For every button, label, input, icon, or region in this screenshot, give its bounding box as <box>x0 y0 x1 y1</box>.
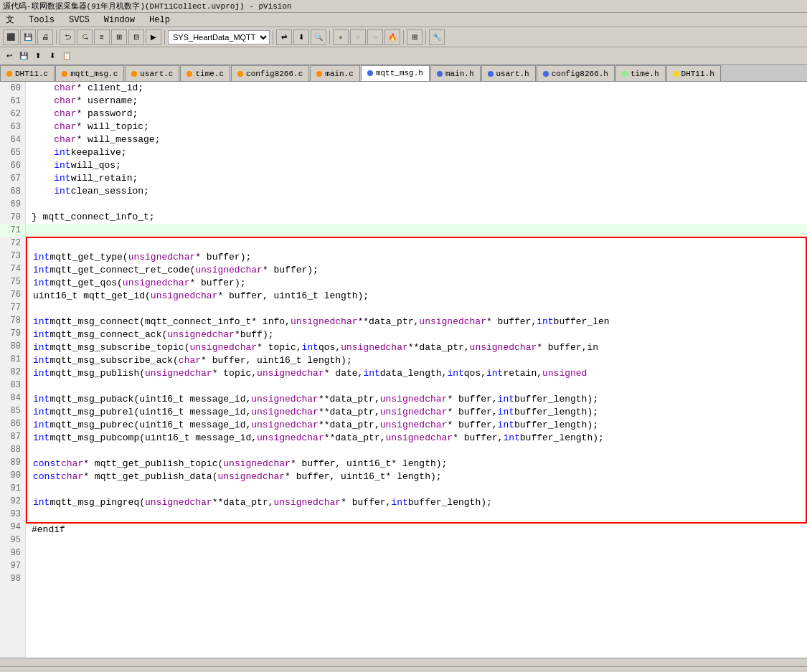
code-line-72 <box>27 238 806 251</box>
tab-dht11-h[interactable]: DHT11.h <box>666 65 721 81</box>
hscrollbar[interactable] <box>0 658 807 666</box>
toolbar-btn-11[interactable]: ⬇ <box>293 29 309 45</box>
code-line-90: const char* mqtt_get_publish_data(unsign… <box>27 470 806 483</box>
code-line-89: const char* mqtt_get_publish_topic(unsig… <box>27 458 806 470</box>
code-line-93 <box>27 509 806 522</box>
tab-time-c[interactable]: time.c <box>180 65 230 81</box>
code-line-94: #endif <box>26 524 807 536</box>
toolbar2-btn-2[interactable]: 💾 <box>17 49 30 62</box>
menu-bar: 文 Tools SVCS Window Help <box>0 13 807 27</box>
code-line-73: int mqtt_get_type(unsigned char* buffer)… <box>27 251 806 264</box>
toolbar-btn-circle1[interactable]: ● <box>333 29 349 45</box>
line-numbers: 60 61 62 63 64 65 66 67 68 69 70 71 72 7… <box>0 82 26 658</box>
code-line-71 <box>26 224 807 237</box>
tab-bar: DHT11.c mqtt_msg.c usart.c time.c config… <box>0 65 807 82</box>
tab-time-h[interactable]: time.h <box>615 65 666 81</box>
red-block: int mqtt_get_type(unsigned char* buffer)… <box>26 237 807 524</box>
toolbar-sep-6 <box>425 30 426 44</box>
code-line-65: int keepalive; <box>26 146 807 159</box>
toolbar-btn-fire[interactable]: 🔥 <box>384 29 400 45</box>
code-line-88 <box>27 445 806 458</box>
toolbar-btn-9[interactable]: ▶ <box>146 29 161 45</box>
toolbar-btn-1[interactable]: ⬛ <box>3 29 19 45</box>
code-line-83 <box>27 380 806 393</box>
toolbar-sep-1 <box>56 30 57 44</box>
code-line-95 <box>26 536 807 549</box>
code-line-66: int will_qos; <box>26 159 807 172</box>
tab-dht11c[interactable]: DHT11.c <box>0 65 55 81</box>
toolbar-sep-4 <box>329 30 330 44</box>
menu-item-file[interactable]: 文 <box>3 14 17 26</box>
code-line-74: int mqtt_get_connect_ret_code(unsigned c… <box>27 264 806 277</box>
tab-main-h[interactable]: main.h <box>430 65 481 81</box>
code-line-70: } mqtt_connect_info_t; <box>26 211 807 224</box>
title-text: 源代码-联网数据采集器(91年月机数字)(DHT11Collect.uvproj… <box>3 1 292 11</box>
toolbar-btn-12[interactable]: 🔍 <box>311 29 326 45</box>
toolbar-btn-2[interactable]: 💾 <box>20 29 36 45</box>
toolbar-btn-grid[interactable]: ⊞ <box>407 29 423 45</box>
tab-usart-h[interactable]: usart.h <box>481 65 536 81</box>
toolbar-btn-wrench[interactable]: 🔧 <box>429 29 445 45</box>
toolbar2-btn-5[interactable]: 📋 <box>60 49 73 62</box>
toolbar-btn-7[interactable]: ⊞ <box>111 29 127 45</box>
code-line-62: char* password; <box>26 108 807 120</box>
menu-item-help[interactable]: Help <box>146 15 173 25</box>
tab-mqtt-msg-h[interactable]: mqtt_msg.h <box>361 65 430 81</box>
toolbar-btn-5[interactable]: ⮎ <box>77 29 93 45</box>
code-line-67: int will_retain; <box>26 172 807 185</box>
code-content[interactable]: char* client_id; char* username; char* p… <box>26 82 807 658</box>
code-line-76: uint16_t mqtt_get_id(unsigned char* buff… <box>27 290 806 303</box>
code-line-82: int mqtt_msg_publish(unsigned char* topi… <box>27 367 806 380</box>
code-line-92: int mqtt_msg_pingreq(unsigned char **dat… <box>27 496 806 509</box>
code-line-87: int mqtt_msg_pubcomp(uint16_t message_id… <box>27 432 806 445</box>
code-line-81: int mqtt_msg_subscribe_ack(char* buffer,… <box>27 354 806 367</box>
toolbar-dropdown[interactable]: SYS_HeartData_MQTT <box>168 30 270 44</box>
status-bar <box>0 666 807 672</box>
tab-config8266-h[interactable]: config8266.h <box>537 65 615 81</box>
code-line-96 <box>26 549 807 562</box>
menu-item-window[interactable]: Window <box>101 15 138 25</box>
tab-config8266-c[interactable]: config8266.c <box>231 65 309 81</box>
code-line-98 <box>26 575 807 588</box>
code-line-61: char* username; <box>26 95 807 108</box>
code-line-80: int mqtt_msg_subscribe_topic(unsigned ch… <box>27 341 806 354</box>
toolbar-btn-3[interactable]: 🖨 <box>37 29 53 45</box>
toolbar: ⬛ 💾 🖨 ⮌ ⮎ ≡ ⊞ ⊟ ▶ SYS_HeartData_MQTT ⇄ ⬇… <box>0 27 807 47</box>
code-line-75: int mqtt_get_qos(unsigned char* buffer); <box>27 277 806 290</box>
toolbar-btn-circle2[interactable]: ○ <box>350 29 366 45</box>
code-line-64: char* will_message; <box>26 133 807 146</box>
code-line-91 <box>27 483 806 496</box>
toolbar-btn-10[interactable]: ⇄ <box>276 29 292 45</box>
code-line-69 <box>26 198 807 211</box>
toolbar-sep-3 <box>273 30 273 44</box>
title-bar: 源代码-联网数据采集器(91年月机数字)(DHT11Collect.uvproj… <box>0 0 807 13</box>
toolbar-sep-2 <box>164 30 165 44</box>
code-line-85: int mqtt_msg_pubrel(uint16_t message_id,… <box>27 406 806 419</box>
editor-area: 60 61 62 63 64 65 66 67 68 69 70 71 72 7… <box>0 82 807 658</box>
toolbar-btn-6[interactable]: ≡ <box>94 29 110 45</box>
toolbar-btn-8[interactable]: ⊟ <box>128 29 144 45</box>
tab-usart-c[interactable]: usart.c <box>125 65 179 81</box>
tab-main-c[interactable]: main.c <box>310 65 360 81</box>
toolbar2: ↩ 💾 ⬆ ⬇ 📋 <box>0 47 807 65</box>
code-line-78: int mqtt_msg_connect(mqtt_connect_info_t… <box>27 316 806 328</box>
toolbar-sep-5 <box>403 30 404 44</box>
code-line-79: int mqtt_msg_connect_ack(unsigned char *… <box>27 328 806 341</box>
code-line-77 <box>27 303 806 316</box>
code-line-60: char* client_id; <box>26 82 807 95</box>
code-line-84: int mqtt_msg_puback(uint16_t message_id,… <box>27 393 806 406</box>
menu-item-svcs[interactable]: SVCS <box>66 15 93 25</box>
toolbar2-btn-3[interactable]: ⬆ <box>32 49 44 62</box>
toolbar-btn-4[interactable]: ⮌ <box>60 29 75 45</box>
toolbar-btn-circle3[interactable]: ○ <box>367 29 383 45</box>
menu-item-tools[interactable]: Tools <box>26 15 57 25</box>
code-line-86: int mqtt_msg_pubrec(uint16_t message_id,… <box>27 419 806 432</box>
code-line-63: char* will_topic; <box>26 120 807 133</box>
toolbar2-btn-1[interactable]: ↩ <box>3 49 16 62</box>
code-line-68: int clean_session; <box>26 185 807 198</box>
tab-mqtt-msg-c[interactable]: mqtt_msg.c <box>55 65 124 81</box>
toolbar2-btn-4[interactable]: ⬇ <box>46 49 59 62</box>
code-line-97 <box>26 562 807 575</box>
